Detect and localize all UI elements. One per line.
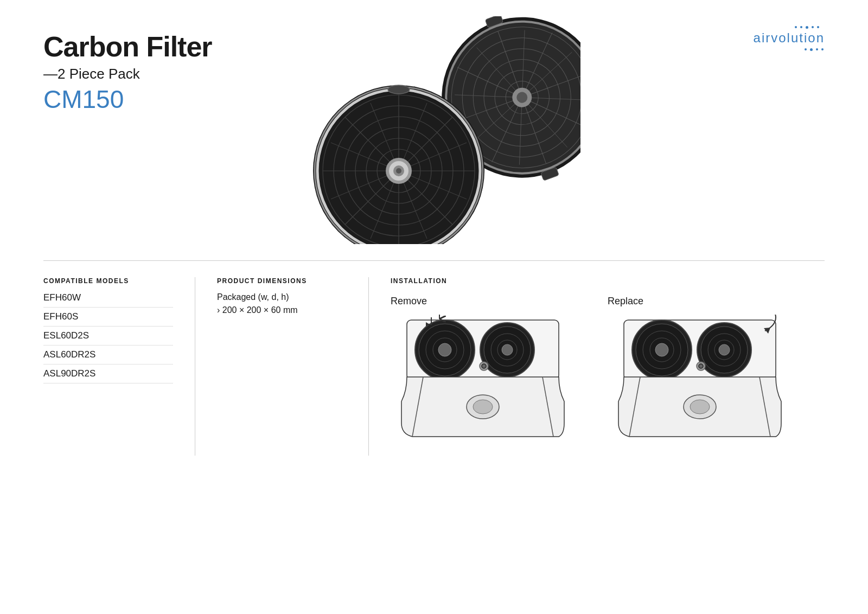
logo-text: airvolution: [754, 30, 825, 46]
installation-heading: INSTALLATION: [391, 277, 825, 285]
product-title: Carbon Filter: [43, 31, 212, 62]
product-image: [277, 11, 591, 250]
info-section: COMPATIBLE MODELS EFH60W EFH60S ESL60D2S…: [0, 261, 868, 477]
list-item: ASL60DR2S: [43, 346, 173, 364]
svg-point-59: [473, 400, 493, 414]
dimension-row-1: Packaged (w, d, h): [217, 292, 347, 302]
compatible-models-col: COMPATIBLE MODELS EFH60W EFH60S ESL60D2S…: [43, 277, 195, 456]
remove-label: Remove: [391, 296, 427, 307]
svg-point-77: [690, 400, 710, 414]
svg-point-50: [438, 343, 451, 356]
installation-col: INSTALLATION Remove: [391, 277, 825, 456]
logo-dot-5: [817, 26, 819, 28]
svg-point-75: [699, 364, 703, 368]
svg-point-73: [719, 344, 730, 355]
svg-point-57: [482, 364, 486, 368]
list-item: EFH60W: [43, 292, 173, 308]
svg-point-68: [655, 343, 668, 356]
logo-dot-8: [816, 48, 818, 50]
install-diagrams: Remove: [391, 296, 825, 456]
list-item: EFH60S: [43, 308, 173, 327]
list-item: ESL60D2S: [43, 327, 173, 346]
replace-label: Replace: [608, 296, 643, 307]
logo-dot-9: [821, 48, 824, 50]
logo-dot-3: [806, 26, 808, 29]
svg-point-44: [388, 85, 410, 94]
dimension-row-2: › 200 × 200 × 60 mm: [217, 305, 347, 315]
replace-diagram: Replace: [608, 296, 792, 456]
brand-logo: airvolution: [754, 26, 825, 51]
logo-dot-2: [800, 26, 802, 28]
logo-dot-6: [805, 48, 807, 50]
logo-dot-1: [795, 26, 797, 28]
product-code: CM150: [43, 85, 212, 114]
remove-diagram: Remove: [391, 296, 575, 456]
logo-dot-7: [810, 48, 813, 51]
title-block: Carbon Filter —2 Piece Pack CM150: [43, 26, 212, 114]
compatible-models-heading: COMPATIBLE MODELS: [43, 277, 173, 285]
hero-section: Carbon Filter —2 Piece Pack CM150: [0, 0, 868, 260]
product-subtitle: —2 Piece Pack: [43, 66, 212, 82]
model-list: EFH60W EFH60S ESL60D2S ASL60DR2S ASL90DR…: [43, 292, 173, 383]
replace-svg: [608, 315, 792, 456]
logo-dot-4: [812, 26, 814, 28]
svg-point-55: [502, 344, 513, 355]
remove-svg: [391, 315, 575, 456]
svg-point-40: [396, 168, 401, 174]
list-item: ASL90DR2S: [43, 364, 173, 383]
product-dimensions-heading: PRODUCT DIMENSIONS: [217, 277, 347, 285]
product-dimensions-col: PRODUCT DIMENSIONS Packaged (w, d, h) › …: [217, 277, 369, 456]
